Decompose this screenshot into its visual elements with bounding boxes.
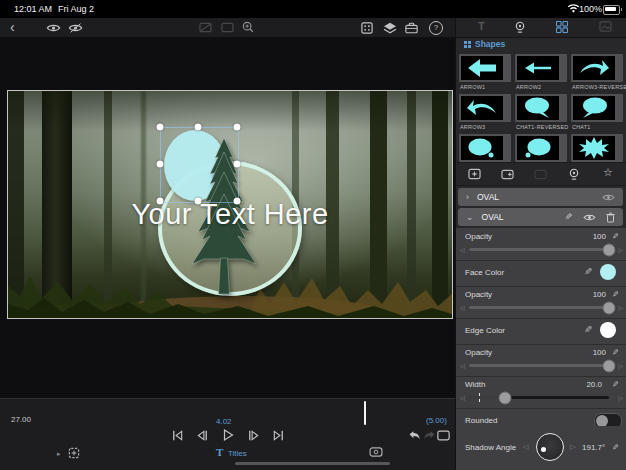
dial-handle[interactable]: [541, 447, 546, 452]
opacity-label: Opacity: [465, 348, 492, 357]
edit-value-icon[interactable]: ✎: [612, 290, 619, 299]
skip-end-button[interactable]: [272, 429, 285, 442]
selection-handle[interactable]: [195, 198, 202, 205]
portrait-icon[interactable]: [568, 168, 580, 180]
width-slider[interactable]: ◁ ▷: [456, 392, 626, 404]
disabled-slot-icon: [534, 168, 547, 180]
display-icon[interactable]: [437, 430, 450, 441]
layers-icon[interactable]: [383, 22, 397, 34]
shadow-angle-dial[interactable]: [536, 433, 564, 461]
edit-value-icon[interactable]: ✎: [612, 348, 619, 357]
shapes-grid: ARROW1 ARROW2 ARROW3-REVERSED ARROW3 CHA…: [456, 52, 626, 162]
selection-handle[interactable]: [195, 124, 202, 131]
timeline-duration: (5.00): [426, 416, 447, 425]
titles-track-icon[interactable]: T: [216, 446, 223, 458]
face-color-label: Face Color: [465, 268, 504, 277]
selection-handle[interactable]: [157, 124, 164, 131]
eyedropper-icon[interactable]: ✎: [584, 266, 592, 277]
frame-back-button[interactable]: [196, 429, 209, 442]
selection-handle[interactable]: [157, 198, 164, 205]
show-overlays-icon[interactable]: [46, 23, 61, 33]
shapes-title: Shapes: [475, 39, 505, 49]
stepper-left[interactable]: ◁: [460, 304, 465, 311]
stepper-left[interactable]: ◁: [460, 246, 465, 253]
add-preset-icon[interactable]: [501, 168, 514, 180]
angle-stepper-right[interactable]: ▷: [570, 443, 575, 451]
edge-color-swatch[interactable]: [600, 322, 616, 338]
shape-label: CHAT1: [572, 124, 591, 130]
tab-shapes[interactable]: [556, 21, 568, 33]
shape-burst[interactable]: [571, 134, 623, 162]
help-icon[interactable]: ?: [429, 21, 443, 35]
layer-row-oval-collapsed[interactable]: › OVAL: [458, 188, 623, 206]
stepper-left[interactable]: ◁: [460, 394, 465, 401]
layer-delete-icon[interactable]: [606, 212, 615, 223]
shape-chat1[interactable]: [571, 94, 623, 122]
opacity-slider[interactable]: ◁ ▷: [456, 244, 626, 256]
disclosure-icon[interactable]: ⌄: [466, 212, 474, 222]
selection-handle[interactable]: [234, 161, 241, 168]
undo-icon[interactable]: [406, 430, 420, 441]
shape-arrow3-reversed[interactable]: [571, 54, 623, 82]
timeline-scrollbar[interactable]: [235, 462, 390, 465]
slider-knob[interactable]: [603, 243, 616, 256]
camera-view-icon[interactable]: [369, 447, 383, 457]
hide-overlays-icon[interactable]: [68, 23, 83, 33]
layer-edit-icon[interactable]: ✎: [565, 212, 573, 222]
stepper-left[interactable]: ◁: [460, 362, 465, 369]
shape-chat1-reversed[interactable]: [515, 94, 567, 122]
back-button[interactable]: ‹: [10, 19, 15, 35]
shape-arrow2[interactable]: [515, 54, 567, 82]
toolbox-icon[interactable]: [405, 22, 418, 34]
titles-track-label[interactable]: Titles: [228, 449, 247, 458]
selection-handle[interactable]: [157, 161, 164, 168]
slider-knob[interactable]: [499, 391, 512, 404]
checkerboard-icon[interactable]: [361, 22, 373, 34]
stepper-right[interactable]: ▷: [618, 394, 623, 401]
layer-name: OVAL: [482, 212, 504, 222]
shape-chat2-reversed[interactable]: [459, 134, 511, 162]
edit-value-icon[interactable]: ✎: [612, 380, 619, 389]
angle-stepper-left[interactable]: ◁: [523, 443, 528, 451]
opacity-slider[interactable]: ◁ ▷: [456, 302, 626, 314]
track-disclosure-icon[interactable]: ▸: [57, 450, 61, 458]
eyedropper-icon[interactable]: ✎: [584, 324, 592, 335]
selection-box[interactable]: [160, 127, 239, 203]
slider-knob[interactable]: [603, 359, 616, 372]
opacity-slider[interactable]: ◁ ▷: [456, 360, 626, 372]
stepper-right[interactable]: ▷: [618, 246, 623, 253]
skip-start-button[interactable]: [171, 429, 184, 442]
face-color-swatch[interactable]: [600, 264, 616, 280]
selection-handle[interactable]: [234, 198, 241, 205]
slider-knob[interactable]: [603, 301, 616, 314]
play-button[interactable]: [221, 428, 235, 442]
shape-chat2[interactable]: [515, 134, 567, 162]
layer-visibility-icon[interactable]: [583, 213, 596, 222]
shape-arrow1[interactable]: [459, 54, 511, 82]
playhead[interactable]: [364, 401, 366, 425]
favorite-star-icon[interactable]: ☆: [603, 166, 613, 179]
edit-value-icon[interactable]: ✎: [612, 232, 619, 241]
stepper-right[interactable]: ▷: [618, 304, 623, 311]
tab-images[interactable]: [599, 21, 612, 32]
status-time: 12:01 AM: [14, 4, 52, 14]
frame-forward-button[interactable]: [247, 429, 260, 442]
layer-visibility-icon[interactable]: [602, 193, 615, 202]
tab-text[interactable]: T: [478, 20, 485, 32]
add-clip-icon[interactable]: [68, 447, 80, 459]
add-shape-icon[interactable]: [468, 168, 481, 180]
crop-icon[interactable]: [199, 22, 212, 33]
opacity-value: 100: [582, 290, 606, 299]
video-preview[interactable]: Your Text Here: [7, 90, 453, 319]
frame-icon[interactable]: [221, 22, 234, 33]
disclosure-icon[interactable]: ›: [466, 192, 469, 202]
selection-handle[interactable]: [234, 124, 241, 131]
stepper-right[interactable]: ▷: [618, 362, 623, 369]
shape-arrow3[interactable]: [459, 94, 511, 122]
layer-row-oval-expanded[interactable]: ⌄ OVAL ✎: [458, 208, 623, 226]
zoom-icon[interactable]: [242, 21, 254, 33]
edge-color-label: Edge Color: [465, 326, 505, 335]
tab-portrait[interactable]: [514, 21, 526, 33]
shape-label: ARROW3: [460, 124, 485, 130]
edit-value-icon[interactable]: ✎: [612, 443, 619, 452]
